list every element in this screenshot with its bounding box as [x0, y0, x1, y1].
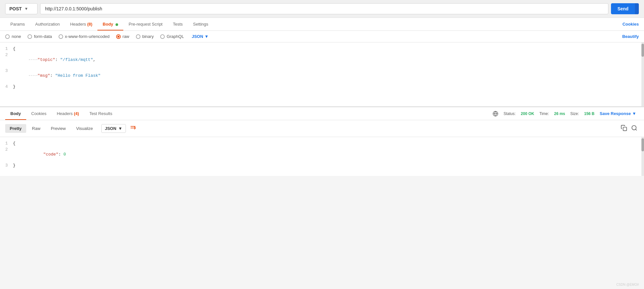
url-input[interactable]	[40, 3, 608, 14]
radio-url-encoded[interactable]	[59, 34, 63, 39]
format-tab-visualize[interactable]: Visualize	[72, 124, 97, 133]
status-label: Status:	[504, 111, 516, 116]
editor-scrollbar[interactable]	[641, 42, 644, 106]
radio-none[interactable]	[5, 34, 10, 39]
body-options: none form-data x-www-form-urlencoded raw…	[0, 31, 644, 42]
format-tab-raw[interactable]: Raw	[28, 124, 45, 133]
response-scrollbar[interactable]	[641, 137, 644, 176]
json-format-selector[interactable]: JSON ▼	[192, 34, 208, 39]
copy-response-button[interactable]	[619, 123, 628, 133]
resp-json-chevron-icon: ▼	[118, 126, 122, 131]
request-tabs: Params Authorization Headers (8) Body Pr…	[0, 18, 644, 31]
code-line-3: 3 ·····"msg": "Hello from Flask"	[0, 68, 644, 84]
time-label: Time:	[539, 111, 549, 116]
option-none[interactable]: none	[5, 34, 21, 39]
search-response-button[interactable]	[630, 123, 639, 133]
svg-line-6	[636, 129, 637, 131]
body-active-dot	[116, 23, 118, 26]
response-body-viewer: 1 { 2 "code": 0 3 }	[0, 137, 644, 176]
code-line-4: 4 }	[0, 84, 644, 90]
response-json-dropdown[interactable]: JSON ▼	[101, 124, 126, 133]
tab-headers[interactable]: Headers (8)	[65, 18, 98, 30]
filter-wrap-icon[interactable]	[130, 125, 136, 133]
method-label: POST	[9, 6, 22, 11]
status-value: 200 OK	[521, 111, 534, 116]
size-value: 156 B	[584, 111, 594, 116]
tab-body[interactable]: Body	[97, 18, 123, 30]
response-section: Body Cookies Headers (4) Test Results St…	[0, 107, 644, 176]
watermark: CSDN @EMO#	[616, 283, 639, 286]
tab-pre-request-script[interactable]: Pre-request Script	[123, 18, 168, 30]
method-selector[interactable]: POST ▼	[5, 3, 38, 14]
code-line-1: 1 {	[0, 46, 644, 52]
option-binary[interactable]: binary	[136, 34, 154, 39]
resp-code-line-1: 1 {	[0, 140, 644, 146]
option-raw[interactable]: raw	[116, 34, 129, 39]
radio-graphql[interactable]	[160, 34, 165, 39]
svg-rect-4	[623, 127, 627, 131]
tab-authorization[interactable]: Authorization	[30, 18, 65, 30]
cookies-link[interactable]: Cookies	[622, 18, 639, 30]
radio-binary[interactable]	[136, 34, 140, 39]
resp-headers-badge: (4)	[74, 111, 79, 116]
code-line-2: 2 ·····"topic": "/flask/mqtt",	[0, 52, 644, 68]
save-response-button[interactable]: Save Response ▼	[600, 111, 636, 116]
resp-code-line-3: 3 }	[0, 162, 644, 168]
tab-params[interactable]: Params	[5, 18, 30, 30]
headers-badge: (8)	[87, 22, 92, 27]
json-chevron-icon: ▼	[205, 34, 209, 39]
size-label: Size:	[570, 111, 579, 116]
send-button[interactable]: Send	[611, 3, 635, 14]
tab-settings[interactable]: Settings	[188, 18, 214, 30]
url-bar: POST ▼ Send ▼	[0, 0, 644, 18]
request-body-editor[interactable]: 1 { 2 ·····"topic": "/flask/mqtt", 3 ···…	[0, 42, 644, 107]
radio-form-data[interactable]	[28, 34, 32, 39]
svg-point-5	[632, 126, 636, 130]
option-form-data[interactable]: form-data	[28, 34, 52, 39]
beautify-button[interactable]: Beautify	[622, 34, 639, 39]
option-graphql[interactable]: GraphQL	[160, 34, 184, 39]
response-tabs-row: Body Cookies Headers (4) Test Results St…	[0, 107, 644, 120]
resp-tab-body[interactable]: Body	[5, 107, 26, 120]
response-status-info: Status: 200 OK Time: 26 ms Size: 156 B	[493, 111, 594, 117]
save-response-chevron-icon: ▼	[632, 111, 636, 116]
resp-tab-headers[interactable]: Headers (4)	[51, 107, 84, 120]
radio-raw[interactable]	[116, 34, 121, 39]
format-tab-pretty[interactable]: Pretty	[5, 124, 26, 133]
globe-icon	[493, 111, 498, 117]
method-chevron-icon: ▼	[24, 6, 28, 11]
resp-code-line-2: 2 "code": 0	[0, 146, 644, 162]
option-url-encoded[interactable]: x-www-form-urlencoded	[59, 34, 110, 39]
resp-tab-cookies[interactable]: Cookies	[26, 107, 52, 120]
tab-tests[interactable]: Tests	[168, 18, 188, 30]
resp-tab-test-results[interactable]: Test Results	[84, 107, 117, 120]
response-format-bar: Pretty Raw Preview Visualize JSON ▼	[0, 120, 644, 137]
send-dropdown-button[interactable]: ▼	[635, 3, 639, 14]
format-tab-preview[interactable]: Preview	[46, 124, 70, 133]
time-value: 26 ms	[554, 111, 565, 116]
